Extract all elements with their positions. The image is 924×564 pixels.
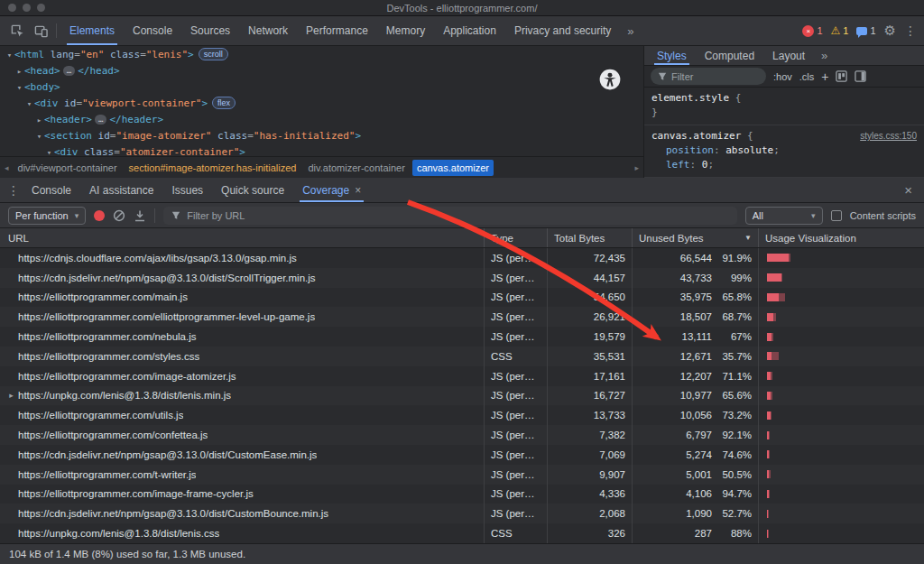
- inspect-element-icon[interactable]: [5, 16, 29, 45]
- error-badge[interactable]: × 1: [802, 25, 822, 37]
- table-row[interactable]: https://unpkg.com/lenis@1.3.8/dist/lenis…: [0, 523, 924, 543]
- breadcrumb-item[interactable]: div#viewport-container: [14, 160, 122, 176]
- style-source-link[interactable]: styles.css:150: [860, 129, 917, 143]
- collapse-arrow-icon[interactable]: ▾: [44, 145, 54, 156]
- breadcrumb-item[interactable]: div.atomizer-container: [303, 160, 409, 176]
- flexbox-editor-icon[interactable]: [836, 70, 847, 82]
- breadcrumb-scroll-left-icon[interactable]: ◂: [3, 163, 11, 172]
- css-property[interactable]: position: absolute;: [644, 143, 924, 158]
- hidden-children-button[interactable]: …: [95, 115, 106, 125]
- tab-styles[interactable]: Styles: [648, 46, 696, 65]
- collapse-arrow-icon[interactable]: ▾: [24, 97, 34, 112]
- column-header-unused-bytes[interactable]: Unused Bytes ▼: [632, 228, 758, 247]
- new-style-rule-button[interactable]: +: [821, 70, 828, 83]
- drawer-close-icon[interactable]: ×: [897, 178, 919, 202]
- table-row[interactable]: https://elliottprogrammer.com/styles.css…: [0, 347, 924, 366]
- drawer-tab-quick-source[interactable]: Quick source: [212, 178, 293, 202]
- tab-network[interactable]: Network: [239, 16, 297, 45]
- table-row[interactable]: https://elliottprogrammer.com/image-atom…: [0, 366, 924, 386]
- column-header-type[interactable]: Type: [484, 228, 547, 247]
- expand-arrow-icon[interactable]: ▸: [34, 113, 44, 128]
- coverage-url-cell[interactable]: https://elliottprogrammer.com/utils.js: [0, 405, 484, 425]
- table-row[interactable]: https://elliottprogrammer.com/image-fram…: [0, 485, 924, 504]
- pseudo-state-button[interactable]: :hov: [773, 71, 792, 82]
- drawer-menu-icon[interactable]: ⋮: [5, 178, 23, 202]
- tab-console[interactable]: Console: [124, 16, 181, 45]
- coverage-url-cell[interactable]: https://elliottprogrammer.com/styles.css: [0, 347, 484, 366]
- settings-gear-icon[interactable]: ⚙: [884, 23, 896, 39]
- coverage-tab-close-icon[interactable]: ×: [355, 184, 361, 197]
- flex-badge[interactable]: flex: [212, 97, 236, 109]
- coverage-url-cell[interactable]: https://elliottprogrammer.com/elliottpro…: [0, 307, 484, 327]
- coverage-url-cell[interactable]: https://elliottprogrammer.com/nebula.js: [0, 327, 484, 347]
- dom-tree-line[interactable]: ▸<head>…</head>: [0, 63, 643, 79]
- dom-tree-line[interactable]: ▸<header>…</header>: [0, 112, 643, 128]
- table-row[interactable]: https://cdn.jsdelivr.net/npm/gsap@3.13.0…: [0, 445, 924, 465]
- coverage-url-cell[interactable]: https://elliottprogrammer.com/image-fram…: [0, 485, 484, 504]
- table-row[interactable]: https://elliottprogrammer.com/main.jsJS …: [0, 288, 924, 308]
- more-styles-tabs-icon[interactable]: »: [814, 46, 835, 65]
- tab-computed[interactable]: Computed: [696, 46, 763, 65]
- tab-sources[interactable]: Sources: [181, 16, 239, 45]
- type-filter-select[interactable]: All ▾: [745, 207, 823, 225]
- dom-tree-line[interactable]: ▾<html lang="en" class="lenis">scroll: [0, 47, 643, 63]
- coverage-url-cell[interactable]: ▸https://unpkg.com/lenis@1.3.8/dist/leni…: [0, 386, 484, 406]
- table-row[interactable]: https://cdnjs.cloudflare.com/ajax/libs/g…: [0, 248, 924, 268]
- window-zoom-button[interactable]: [37, 4, 45, 12]
- accessibility-tree-icon[interactable]: [598, 68, 622, 91]
- window-close-button[interactable]: [8, 4, 16, 12]
- breadcrumb-item[interactable]: section#image-atomizer.has-initialized: [125, 160, 301, 176]
- collapse-arrow-icon[interactable]: ▾: [34, 129, 44, 144]
- dom-tree-line[interactable]: ▾<div class="atomizer-container">: [0, 144, 643, 156]
- coverage-mode-select[interactable]: Per function ▾: [8, 207, 86, 225]
- device-toolbar-icon[interactable]: [29, 16, 52, 45]
- export-coverage-icon[interactable]: [134, 209, 146, 222]
- issues-badge[interactable]: 1: [856, 25, 875, 36]
- window-minimize-button[interactable]: [23, 4, 31, 12]
- element-classes-button[interactable]: .cls: [799, 71, 815, 82]
- dom-tree-line[interactable]: ▾<div id="viewport-container">flex: [0, 96, 643, 112]
- drawer-tab-ai-assistance[interactable]: AI assistance: [80, 178, 162, 202]
- matched-style-rule[interactable]: canvas.atomizer { styles.css:150 positio…: [644, 125, 924, 178]
- coverage-url-cell[interactable]: https://unpkg.com/lenis@1.3.8/dist/lenis…: [0, 523, 484, 543]
- breadcrumb-item-selected[interactable]: canvas.atomizer: [412, 160, 494, 176]
- table-row[interactable]: ▸https://unpkg.com/lenis@1.3.8/dist/leni…: [0, 386, 924, 406]
- styles-filter-input[interactable]: Filter: [651, 68, 766, 85]
- content-scripts-checkbox[interactable]: [831, 210, 842, 221]
- hidden-children-button[interactable]: …: [63, 66, 75, 76]
- table-row[interactable]: https://elliottprogrammer.com/t-writer.j…: [0, 465, 924, 485]
- drawer-tab-console[interactable]: Console: [23, 178, 80, 202]
- coverage-url-cell[interactable]: https://cdnjs.cloudflare.com/ajax/libs/g…: [0, 248, 484, 268]
- tab-elements[interactable]: Elements: [60, 16, 124, 45]
- coverage-url-cell[interactable]: https://elliottprogrammer.com/image-atom…: [0, 366, 484, 386]
- table-row[interactable]: https://elliottprogrammer.com/utils.jsJS…: [0, 405, 924, 425]
- collapse-arrow-icon[interactable]: ▾: [5, 48, 14, 63]
- row-expand-icon[interactable]: ▸: [5, 391, 18, 400]
- table-row[interactable]: https://elliottprogrammer.com/elliottpro…: [0, 307, 924, 327]
- column-header-usage[interactable]: Usage Visualization: [758, 228, 924, 247]
- coverage-url-cell[interactable]: https://cdn.jsdelivr.net/npm/gsap@3.13.0…: [0, 445, 484, 465]
- tab-layout[interactable]: Layout: [763, 46, 814, 65]
- tab-performance[interactable]: Performance: [297, 16, 377, 45]
- tab-memory[interactable]: Memory: [377, 16, 434, 45]
- table-row[interactable]: https://elliottprogrammer.com/confettea.…: [0, 425, 924, 445]
- computed-sidebar-toggle-icon[interactable]: [855, 70, 866, 82]
- stop-recording-icon[interactable]: [94, 210, 105, 221]
- table-row[interactable]: https://cdn.jsdelivr.net/npm/gsap@3.13.0…: [0, 268, 924, 288]
- element-style-rule[interactable]: element.style { }: [644, 88, 924, 125]
- warning-badge[interactable]: ⚠ 1: [831, 25, 849, 36]
- scroll-badge[interactable]: scroll: [199, 48, 228, 60]
- clear-coverage-icon[interactable]: [113, 209, 125, 222]
- more-tabs-icon[interactable]: »: [620, 16, 641, 45]
- drawer-tab-issues[interactable]: Issues: [162, 178, 212, 202]
- expand-arrow-icon[interactable]: ▸: [14, 64, 24, 79]
- table-row[interactable]: https://elliottprogrammer.com/nebula.jsJ…: [0, 327, 924, 347]
- dom-tree-line[interactable]: ▾<section id="image-atomizer" class="has…: [0, 128, 643, 144]
- rule-selector[interactable]: canvas.atomizer: [651, 130, 741, 142]
- table-row[interactable]: https://cdn.jsdelivr.net/npm/gsap@3.13.0…: [0, 504, 924, 523]
- coverage-url-cell[interactable]: https://elliottprogrammer.com/t-writer.j…: [0, 465, 484, 485]
- coverage-url-cell[interactable]: https://elliottprogrammer.com/main.js: [0, 288, 484, 308]
- dom-tree-line[interactable]: ▾<body>: [0, 79, 643, 96]
- drawer-tab-coverage[interactable]: Coverage ×: [293, 178, 370, 202]
- collapse-arrow-icon[interactable]: ▾: [14, 80, 24, 96]
